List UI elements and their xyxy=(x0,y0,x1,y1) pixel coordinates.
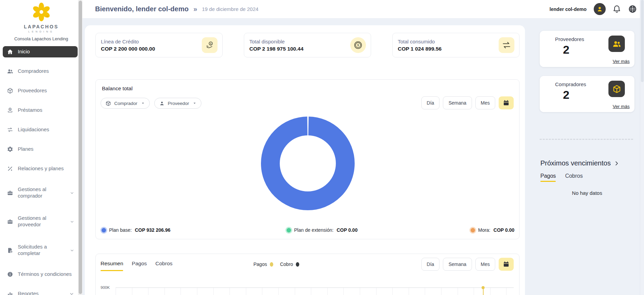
sidebar-item-solicitudes[interactable]: Solicitudes a completar xyxy=(3,240,78,260)
sidebar-item-compradores[interactable]: Compradores xyxy=(3,66,78,77)
tab-cobros[interactable]: Cobros xyxy=(155,260,172,268)
bell-icon[interactable] xyxy=(612,4,621,14)
sidebar-nav: Inicio Compradores Proveedores $ Préstam… xyxy=(0,46,82,295)
card-title: Compradores xyxy=(555,81,586,87)
sidebar: LAPACHOS LENDING Consola Lapachos Lendin… xyxy=(0,0,82,295)
sidebar-item-label: Planes xyxy=(18,146,34,152)
top-header: Bienvenido, lender col-demo » 19 de dici… xyxy=(82,0,644,18)
sidebar-item-gestiones-proveedor[interactable]: Gestiones al proveedor xyxy=(3,211,78,232)
legend-label: Pagos xyxy=(253,262,267,267)
card-title: Proveedores xyxy=(555,36,584,42)
legend-dot xyxy=(270,262,273,267)
calendar-button[interactable] xyxy=(499,258,514,271)
legend-value: COP 0.00 xyxy=(494,227,514,233)
home-icon xyxy=(7,49,13,55)
main-panel: Línea de Crédito COP 2 200 000 000.00 $ … xyxy=(85,25,525,295)
proximos-vencimientos-heading[interactable]: Próximos vencimientos xyxy=(540,159,620,167)
calendar-icon xyxy=(503,261,510,268)
users-icon xyxy=(608,36,625,52)
filter-label: Comprador xyxy=(114,101,137,106)
bar-chart-icon xyxy=(7,291,13,295)
sidebar-item-prestamos[interactable]: $ Préstamos xyxy=(3,105,78,116)
sidebar-item-proveedores[interactable]: Proveedores xyxy=(3,85,78,96)
semana-button[interactable]: Semana xyxy=(443,258,472,271)
summary-period-buttons: Día Semana Mes xyxy=(421,258,514,271)
mes-button[interactable]: Mes xyxy=(475,258,495,271)
legend-plan-base: Plan base: COP 932 206.96 xyxy=(102,227,170,233)
briefcase-icon xyxy=(7,218,13,225)
page-scrollbar-thumb[interactable] xyxy=(641,0,644,82)
brand-tagline: LENDING xyxy=(0,30,82,33)
comprador-filter-dropdown[interactable]: Comprador xyxy=(101,98,150,109)
stat-card-linea-credito: Línea de Crédito COP 2 200 000 000.00 $ xyxy=(95,33,223,57)
legend-label: Mora: xyxy=(478,227,490,233)
stat-value: COP 2 200 000 000.00 xyxy=(101,46,155,52)
balance-filters: Comprador Proveedor xyxy=(101,98,201,109)
flower-logo-icon xyxy=(30,2,52,22)
upcoming-tabs: Pagos Cobros xyxy=(540,173,583,181)
caret-down-icon xyxy=(141,101,145,106)
chevron-down-icon xyxy=(70,190,74,196)
cube-icon xyxy=(105,100,111,106)
dia-button[interactable]: Día xyxy=(421,258,440,271)
summary-legend: Pagos Cobro xyxy=(253,262,299,267)
balance-period-buttons: Día Semana Mes xyxy=(421,96,514,109)
sidebar-item-label: Relaciones y planes xyxy=(18,165,64,172)
svg-text:$: $ xyxy=(210,42,212,45)
sidebar-item-gestiones-comprador[interactable]: Gestiones al comprador xyxy=(3,183,78,203)
filter-label: Proveedor xyxy=(168,101,189,106)
tab-pagos[interactable]: Pagos xyxy=(540,173,556,181)
y-axis-tick: 900K xyxy=(101,285,110,290)
cube-icon xyxy=(608,81,625,97)
sidebar-scrollbar-thumb[interactable] xyxy=(79,1,82,294)
balance-donut-chart[interactable] xyxy=(258,114,357,213)
stat-title: Total consumido xyxy=(398,39,442,44)
tab-pagos[interactable]: Pagos xyxy=(132,260,147,268)
proveedor-filter-dropdown[interactable]: Proveedor xyxy=(154,98,201,109)
dia-button[interactable]: Día xyxy=(421,96,440,109)
sidebar-item-terminos[interactable]: Términos y condiciones xyxy=(3,269,78,280)
ver-mas-link[interactable]: Ver más xyxy=(613,104,630,109)
sidebar-item-reportes[interactable]: Reportes xyxy=(3,288,78,295)
sidebar-item-planes[interactable]: Planes xyxy=(3,144,78,155)
globe-icon[interactable] xyxy=(628,4,637,14)
sidebar-item-liquidaciones[interactable]: Liquidaciones xyxy=(3,124,78,135)
document-check-icon xyxy=(7,247,13,254)
stat-card-total-disponible: Total disponible COP 2 198 975 100.44 $ xyxy=(244,33,371,57)
chevron-down-icon xyxy=(70,219,74,224)
header-date: 19 de diciembre de 2024 xyxy=(202,6,259,12)
tab-cobros[interactable]: Cobros xyxy=(565,173,583,181)
sidebar-item-label: Gestiones al proveedor xyxy=(18,215,65,228)
sidebar-item-label: Gestiones al comprador xyxy=(18,186,65,199)
sidebar-item-label: Préstamos xyxy=(18,107,42,113)
semana-button[interactable]: Semana xyxy=(443,96,472,109)
stat-title: Línea de Crédito xyxy=(101,39,155,44)
chevron-down-icon xyxy=(69,291,74,295)
page-scrollbar[interactable] xyxy=(640,0,644,295)
tab-resumen[interactable]: Resumen xyxy=(101,260,123,268)
mes-button[interactable]: Mes xyxy=(475,96,495,109)
loan-icon: $ xyxy=(7,107,13,113)
proveedores-card: Proveedores 2 Ver más xyxy=(540,31,634,67)
legend-dot xyxy=(471,228,475,232)
gear-icon xyxy=(7,146,13,152)
sidebar-item-inicio[interactable]: Inicio xyxy=(3,46,78,57)
sidebar-item-label: Inicio xyxy=(18,49,30,55)
summary-line-chart[interactable]: 900K xyxy=(101,284,514,295)
legend-dot xyxy=(287,228,291,232)
svg-text:$: $ xyxy=(357,43,359,47)
ver-mas-link[interactable]: Ver más xyxy=(613,59,630,64)
card-count: 2 xyxy=(563,88,569,102)
sidebar-item-label: Términos y condiciones xyxy=(18,271,72,278)
legend-plan-extension: Plan de extensión: COP 0.00 xyxy=(287,227,357,233)
avatar[interactable] xyxy=(594,3,606,15)
transfer-icon xyxy=(499,37,514,53)
sidebar-item-relaciones[interactable]: Relaciones y planes xyxy=(3,163,78,174)
calendar-button[interactable] xyxy=(499,96,514,109)
sidebar-scrollbar[interactable] xyxy=(78,0,82,295)
legend-label: Plan de extensión: xyxy=(294,227,333,233)
sidebar-item-label: Proveedores xyxy=(18,88,47,94)
header-username[interactable]: lender col-demo xyxy=(550,6,587,12)
legend-cobro: Cobro xyxy=(280,262,299,267)
briefcase-icon xyxy=(7,190,13,196)
